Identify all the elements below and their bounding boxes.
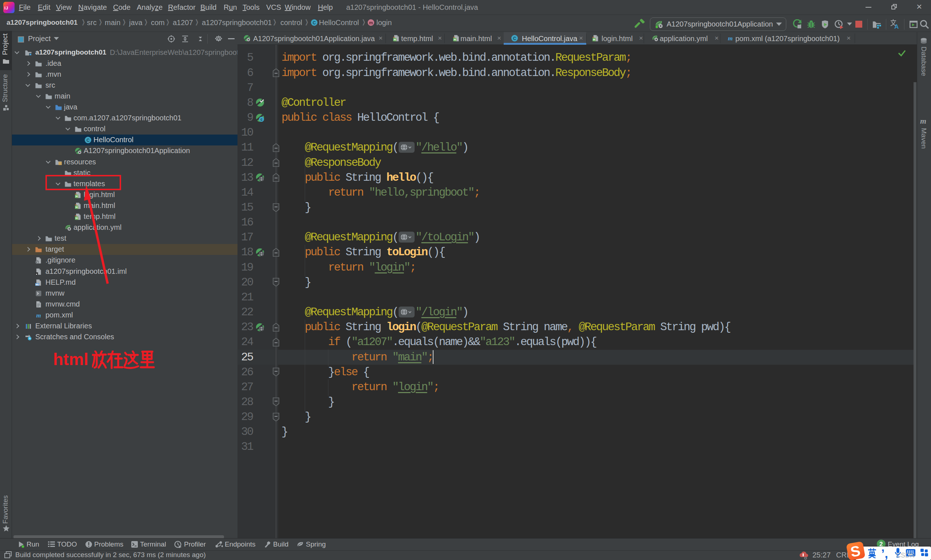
svg-text:m: m [36, 312, 41, 319]
svg-text:m: m [369, 20, 373, 25]
svg-text:H: H [75, 205, 77, 209]
svg-text:C: C [513, 36, 516, 41]
svg-text:H: H [454, 38, 455, 42]
svg-text:m: m [728, 35, 732, 42]
svg-text:A: A [894, 23, 899, 29]
svg-text:H: H [75, 195, 77, 198]
svg-text:H: H [394, 38, 395, 42]
svg-text:MD: MD [35, 283, 39, 285]
svg-text:H: H [75, 216, 77, 220]
svg-text:c: c [260, 117, 263, 122]
svg-text:C: C [313, 20, 316, 25]
svg-text:H: H [593, 38, 595, 42]
svg-text:C: C [86, 138, 90, 143]
